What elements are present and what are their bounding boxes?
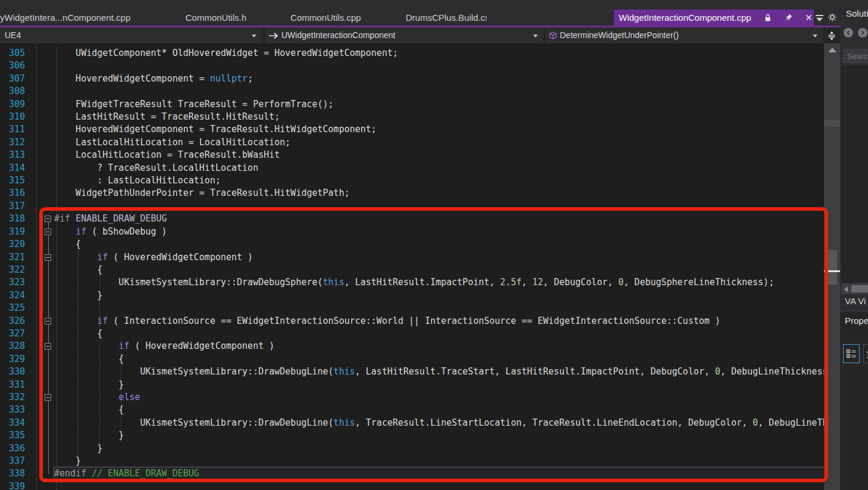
code-line[interactable]: 328 if ( HoveredWidgetComponent ): [0, 340, 824, 352]
fold-margin: [45, 174, 54, 187]
code-line[interactable]: 334 UKismetSystemLibrary::DrawDebugLine(…: [0, 417, 824, 429]
fold-margin: [45, 149, 54, 161]
code-line[interactable]: 313 LocalHitLocation = TraceResult.bWasH…: [0, 149, 824, 161]
code-line[interactable]: 335 }: [0, 429, 824, 442]
pin-icon[interactable]: [784, 14, 792, 22]
code-line[interactable]: 320 {: [0, 238, 824, 251]
line-number: 325: [0, 302, 29, 314]
code-text: {: [54, 353, 824, 366]
code-line[interactable]: 329 {: [0, 353, 824, 366]
code-line[interactable]: 307 HoveredWidgetComponent = nullptr;: [0, 73, 824, 85]
code-line[interactable]: 316 WidgetPathUnderPointer = TraceResult…: [0, 187, 824, 199]
code-line[interactable]: 325: [0, 302, 824, 314]
fold-collapse-icon[interactable]: [45, 343, 51, 349]
close-icon[interactable]: [806, 14, 812, 22]
code-line[interactable]: 331 }: [0, 379, 824, 391]
tab-label: CommonUtils.h: [186, 13, 247, 23]
properties-title: Prope: [845, 316, 868, 326]
split-window-button[interactable]: [823, 27, 840, 43]
type-dropdown[interactable]: UWidgetInteractionComponent: [266, 27, 543, 43]
fold-margin: [45, 391, 54, 404]
code-line[interactable]: 326 if ( InteractionSource == EWidgetInt…: [0, 315, 824, 327]
lock-icon: [764, 14, 771, 22]
alphabetical-icon[interactable]: [863, 344, 868, 363]
selection-margin: [29, 315, 45, 327]
line-number: 310: [0, 111, 29, 123]
code-line[interactable]: 323 UKismetSystemLibrary::DrawDebugSpher…: [0, 276, 824, 289]
project-dropdown[interactable]: UE4: [0, 27, 262, 43]
selection-margin: [29, 379, 45, 391]
fold-margin: [45, 302, 54, 314]
code-line[interactable]: 322 {: [0, 264, 824, 276]
member-dropdown[interactable]: DetermineWidgetUnderPointer(): [546, 27, 823, 43]
code-line[interactable]: 317: [0, 200, 824, 213]
code-line[interactable]: 306: [0, 60, 824, 72]
line-number: 307: [0, 73, 29, 85]
fold-collapse-icon[interactable]: [45, 254, 51, 261]
tab[interactable]: DrumsCPlus.Build.cs: [406, 10, 487, 26]
code-line[interactable]: 315 : LastLocalHitLocation;: [0, 174, 824, 187]
chevron-down-icon: [252, 35, 256, 38]
line-number: 326: [0, 315, 29, 327]
selection-margin: [29, 251, 45, 264]
fold-margin: [45, 480, 54, 490]
fold-collapse-icon[interactable]: [45, 318, 51, 324]
code-line[interactable]: 338#endif // ENABLE_DRAW_DEBUG: [0, 467, 824, 480]
line-number: 322: [0, 264, 29, 276]
line-number: 317: [0, 200, 29, 213]
fold-margin: [45, 442, 54, 455]
code-line[interactable]: 327 {: [0, 327, 824, 340]
vertical-scrollbar[interactable]: [824, 43, 840, 490]
fold-collapse-icon[interactable]: [45, 394, 51, 401]
horizontal-scrollbar[interactable]: [841, 283, 868, 294]
line-number: 337: [0, 455, 29, 467]
window-list-icon[interactable]: [815, 14, 825, 23]
member-dropdown-label: DetermineWidgetUnderPointer(): [560, 30, 679, 40]
solution-tree[interactable]: [841, 65, 868, 282]
back-button[interactable]: [844, 28, 853, 38]
fold-margin: [45, 98, 54, 111]
fold-collapse-icon[interactable]: [45, 229, 51, 235]
code-line[interactable]: 337 }: [0, 455, 824, 467]
code-line[interactable]: 321 if ( HoveredWidgetComponent ): [0, 251, 824, 264]
search-input[interactable]: [843, 49, 868, 63]
scrollbar-thumb[interactable]: [851, 285, 868, 292]
scroll-left-arrow-icon[interactable]: [844, 286, 848, 292]
tab[interactable]: yWidgetIntera...nComponent.cpp: [0, 10, 149, 26]
code-line[interactable]: 339: [0, 480, 824, 490]
code-line[interactable]: 309 FWidgetTraceResult TraceResult = Per…: [0, 98, 824, 111]
code-line[interactable]: 318#if ENABLE_DRAW_DEBUG: [0, 213, 824, 225]
code-line[interactable]: 310 LastHitResult = TraceResult.HitResul…: [0, 111, 824, 123]
code-line[interactable]: 336 }: [0, 442, 824, 455]
line-number: 335: [0, 429, 29, 442]
line-number: 331: [0, 379, 29, 391]
code-text: UKismetSystemLibrary::DrawDebugSphere(th…: [54, 276, 824, 289]
tab[interactable]: CommonUtils.h: [180, 10, 252, 26]
code-text: {: [54, 327, 824, 340]
tab[interactable]: CommonUtils.cpp: [286, 10, 366, 26]
gear-icon[interactable]: [828, 13, 837, 22]
fold-collapse-icon[interactable]: [45, 216, 51, 222]
code-line[interactable]: 308: [0, 85, 824, 98]
scrollbar-thumb[interactable]: [827, 250, 837, 285]
code-editor[interactable]: 305 UWidgetComponent* OldHoveredWidget =…: [0, 43, 824, 490]
selection-margin: [29, 162, 45, 174]
line-number: 318: [0, 213, 29, 225]
fold-margin: [45, 327, 54, 340]
selection-margin: [29, 404, 45, 416]
code-line[interactable]: 333 {: [0, 404, 824, 416]
code-line[interactable]: 312 LastLocalHitLocation = LocalHitLocat…: [0, 136, 824, 149]
code-line[interactable]: 330 UKismetSystemLibrary::DrawDebugLine(…: [0, 366, 824, 378]
code-line[interactable]: 311 HoveredWidgetComponent = TraceResult…: [0, 123, 824, 136]
forward-button[interactable]: [858, 28, 867, 38]
categorized-icon[interactable]: [843, 344, 860, 363]
code-line[interactable]: 332 else: [0, 391, 824, 404]
chevron-down-icon: [533, 35, 538, 38]
code-line[interactable]: 319 if ( bShowDebug ): [0, 226, 824, 238]
code-line[interactable]: 314 ? TraceResult.LocalHitLocation: [0, 162, 824, 174]
scroll-up-arrow-icon[interactable]: [828, 48, 836, 52]
code-line[interactable]: 305 UWidgetComponent* OldHoveredWidget =…: [0, 47, 824, 60]
tab-active[interactable]: WidgetInteractionComponent.cpp: [614, 10, 814, 26]
code-line[interactable]: 324 }: [0, 289, 824, 302]
properties-panel: Prope: [840, 311, 868, 490]
